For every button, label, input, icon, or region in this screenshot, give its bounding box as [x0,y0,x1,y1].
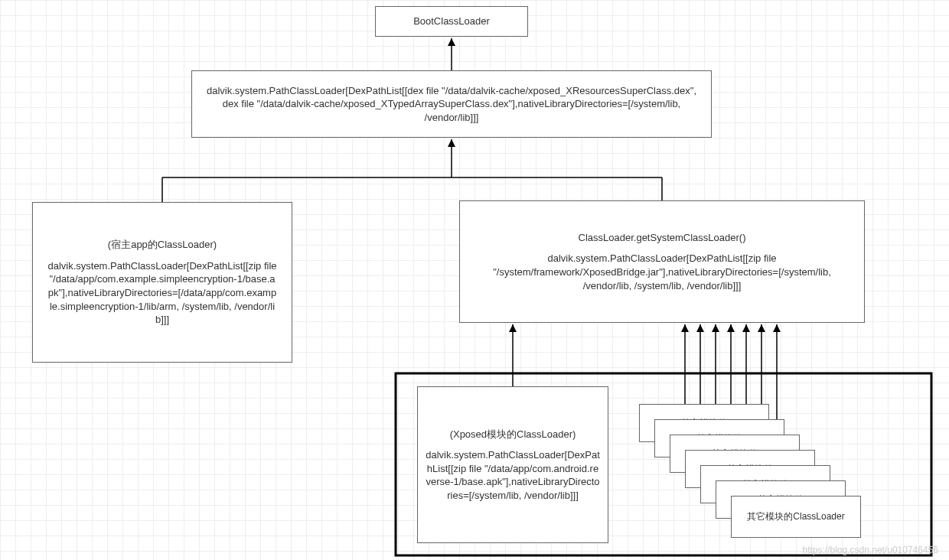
other-module-stack: 其它模块的 其它模块的 其它模块的 其它模块的 其它模块的 其它模块的 其它模块… [639,404,899,549]
stack-card-front: 其它模块的ClassLoader [731,496,861,538]
node-text: dalvik.system.PathClassLoader[DexPathLis… [426,448,600,502]
node-text: dalvik.system.PathClassLoader[DexPathLis… [468,252,856,292]
node-path-classloader-xposed: dalvik.system.PathClassLoader[DexPathLis… [191,70,712,138]
node-title: ClassLoader.getSystemClassLoader() [468,231,856,245]
node-system-classloader: ClassLoader.getSystemClassLoader() dalvi… [459,200,865,323]
node-text: dalvik.system.PathClassLoader[DexPathLis… [47,259,277,327]
watermark: https://blog.csdn.net/u010746456 [803,545,938,555]
node-text: dalvik.system.PathClassLoader[DexPathLis… [200,84,703,125]
node-text: BootClassLoader [383,15,520,28]
node-title: (宿主app的ClassLoader) [41,238,284,252]
node-host-app-classloader: (宿主app的ClassLoader) dalvik.system.PathCl… [32,202,292,363]
node-xposed-module-classloader: (Xposed模块的ClassLoader) dalvik.system.Pat… [417,386,608,543]
node-boot-classloader: BootClassLoader [375,6,528,37]
node-title: (Xposed模块的ClassLoader) [426,428,600,441]
